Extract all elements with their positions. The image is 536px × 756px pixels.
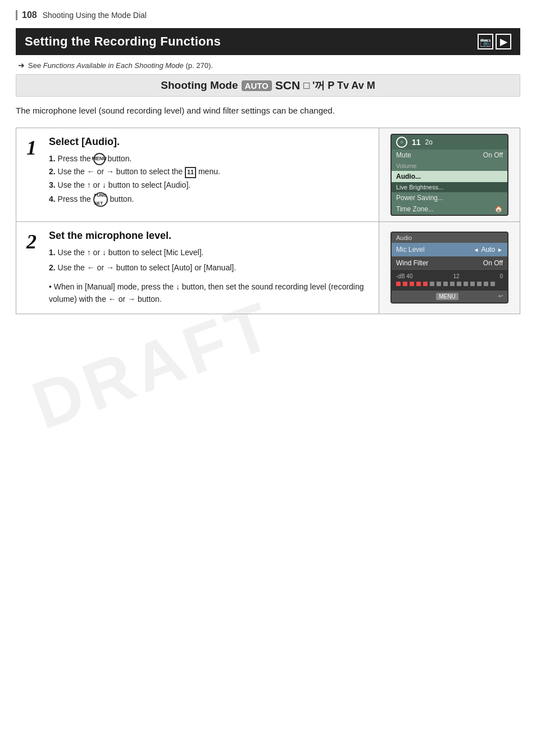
breadcrumb: Shooting Using the Mode Dial (43, 11, 147, 20)
step-1-image: ○ 11 2o MuteOn Off Volume Audio... Live (379, 128, 520, 221)
play-icon: ▶ (496, 34, 511, 49)
page-description: The microphone level (sound recording le… (16, 105, 520, 117)
mode-icons: □ '꺼 P Tv Av M (303, 79, 375, 92)
cam-screen-mockup-2: Audio Mic Level ◄Auto► Wind Filter On Of… (390, 232, 508, 304)
step-2-number: 2 (16, 222, 47, 314)
section-title-bar: Setting the Recording Functions 📷 ▶ (16, 28, 520, 55)
section-title: Setting the Recording Functions (25, 34, 221, 49)
see-reference: ➜ See Functions Available in Each Shooti… (16, 61, 520, 70)
step-1-row: 1 Select [Audio]. 1. Press the MENU butt… (16, 128, 520, 222)
step-2-row: 2 Set the microphone level. 1. Use the ↑… (16, 222, 520, 314)
step-2-image: Audio Mic Level ◄Auto► Wind Filter On Of… (379, 222, 520, 314)
shooting-mode-bar: Shooting Mode AUTO SCN □ '꺼 P Tv Av M (16, 74, 520, 97)
camera-icon: 📷 (478, 34, 493, 49)
see-ref-text: See Functions Available in Each Shooting… (28, 61, 213, 70)
step-1-content: Select [Audio]. 1. Press the MENU button… (47, 128, 379, 221)
step-2-content: Set the microphone level. 1. Use the ↑ o… (47, 222, 379, 314)
shooting-mode-label: Shooting Mode (161, 79, 238, 92)
mode-scn: SCN (275, 79, 300, 92)
section-title-icons: 📷 ▶ (478, 34, 511, 49)
step-1-instructions: 1. Press the MENU button. 2. Use the ← o… (49, 152, 373, 207)
step-2-note: • When in [Manual] mode, press the ↓ but… (49, 280, 373, 306)
ref-arrow-icon: ➜ (18, 61, 25, 70)
cam-screen-mockup-1: ○ 11 2o MuteOn Off Volume Audio... Live (390, 134, 508, 216)
step-1-title: Select [Audio]. (49, 136, 373, 148)
step-1-number: 1 (16, 128, 47, 221)
steps-container: 1 Select [Audio]. 1. Press the MENU butt… (16, 128, 520, 314)
step-2-instructions: 1. Use the ↑ or ↓ button to select [Mic … (49, 246, 373, 275)
mode-auto-badge: AUTO (242, 80, 272, 91)
see-ref-italic: Functions Available in Each Shooting Mod… (43, 61, 184, 70)
step-2-title: Set the microphone level. (49, 230, 373, 242)
page-number: 108 (22, 10, 37, 20)
page-header: 108 Shooting Using the Mode Dial (16, 10, 520, 20)
